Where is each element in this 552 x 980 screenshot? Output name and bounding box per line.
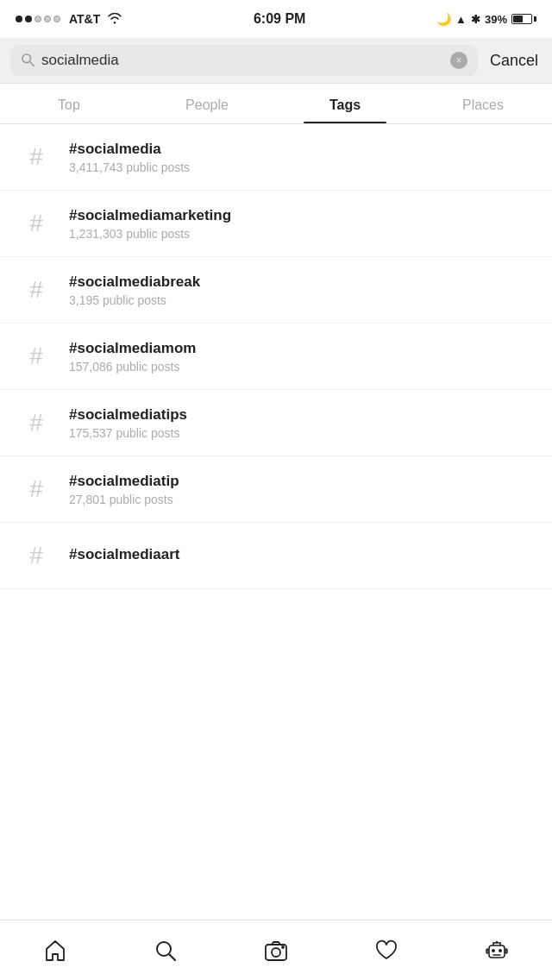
svg-rect-7 [489,945,505,958]
svg-point-9 [499,949,502,952]
tag-item[interactable]: # #socialmediatip 27,801 public posts [0,456,552,523]
hashtag-icon: # [17,271,55,309]
tab-top[interactable]: Top [0,84,138,123]
hashtag-icon: # [17,404,55,442]
signal-dot-4 [44,16,51,22]
tab-people[interactable]: People [138,84,276,123]
battery-icon [511,14,536,24]
moon-icon: 🌙 [436,12,451,26]
nav-profile-button[interactable] [475,929,518,972]
tag-item[interactable]: # #socialmediatips 175,537 public posts [0,390,552,456]
tag-info: #socialmediaart [69,546,535,566]
svg-point-2 [157,942,171,956]
signal-dot-2 [25,16,32,22]
nav-camera-button[interactable] [254,929,298,972]
svg-point-13 [496,940,498,942]
tag-name: #socialmediaart [69,546,535,563]
tag-results-list: # #socialmedia 3,411,743 public posts # … [0,124,552,658]
tag-count: 175,537 public posts [69,426,535,440]
tag-count: 3,195 public posts [69,293,535,307]
battery-percent: 39% [485,13,507,26]
search-query-text: socialmedia [41,52,443,69]
status-left: AT&T [16,12,122,27]
tag-name: #socialmedia [69,141,535,158]
search-input-wrapper[interactable]: socialmedia × [10,45,478,76]
nav-heart-button[interactable] [365,929,408,972]
nav-home-button[interactable] [34,929,77,972]
tag-count: 3,411,743 public posts [69,160,535,174]
tag-item[interactable]: # #socialmediamom 157,086 public posts [0,324,552,390]
signal-dot-1 [16,16,22,22]
status-bar: AT&T 6:09 PM 🌙 ▲ ✱ 39% [0,0,552,38]
svg-line-3 [170,954,176,960]
svg-point-8 [492,949,495,952]
tag-info: #socialmediamarketing 1,231,303 public p… [69,207,535,241]
hashtag-icon: # [17,138,55,176]
tag-item[interactable]: # #socialmediabreak 3,195 public posts [0,257,552,324]
nav-search-button[interactable] [144,929,187,972]
tag-name: #socialmediamarketing [69,207,535,224]
tag-item[interactable]: # #socialmediamarketing 1,231,303 public… [0,191,552,257]
svg-rect-15 [505,949,507,953]
search-icon [21,53,34,69]
clear-search-button[interactable]: × [450,52,467,69]
tag-info: #socialmediatip 27,801 public posts [69,473,535,506]
hashtag-icon: # [17,537,55,575]
bluetooth-icon: ✱ [471,13,480,26]
cancel-button[interactable]: Cancel [486,52,542,70]
signal-dot-3 [34,16,41,22]
svg-rect-14 [486,949,488,953]
tag-count: 27,801 public posts [69,493,535,506]
tag-count: 1,231,303 public posts [69,227,535,241]
tab-tags[interactable]: Tags [276,84,414,123]
tab-places[interactable]: Places [414,84,552,123]
tag-count: 157,086 public posts [69,360,535,374]
tag-item[interactable]: # #socialmedia 3,411,743 public posts [0,124,552,191]
hashtag-icon: # [17,337,55,375]
tag-item[interactable]: # #socialmediaart [0,523,552,589]
tag-info: #socialmedia 3,411,743 public posts [69,141,535,174]
signal-dot-5 [53,16,60,22]
signal-dots [16,16,60,22]
svg-line-1 [30,61,34,65]
tag-name: #socialmediatip [69,473,535,490]
tag-info: #socialmediamom 157,086 public posts [69,340,535,374]
carrier-label: AT&T [69,12,100,26]
tag-name: #socialmediatips [69,406,535,424]
status-right: 🌙 ▲ ✱ 39% [436,12,536,26]
hashtag-icon: # [17,204,55,242]
svg-point-5 [272,948,280,957]
bottom-nav [0,920,552,980]
status-time: 6:09 PM [254,11,305,27]
svg-point-6 [282,946,284,948]
tag-info: #socialmediabreak 3,195 public posts [69,273,535,307]
svg-point-0 [22,54,31,63]
tag-info: #socialmediatips 175,537 public posts [69,406,535,440]
tag-name: #socialmediabreak [69,273,535,291]
tag-name: #socialmediamom [69,340,535,357]
wifi-icon [107,12,122,27]
hashtag-icon: # [17,470,55,508]
location-icon: ▲ [455,13,467,26]
tabs-bar: Top People Tags Places [0,84,552,124]
search-bar: socialmedia × Cancel [0,38,552,84]
